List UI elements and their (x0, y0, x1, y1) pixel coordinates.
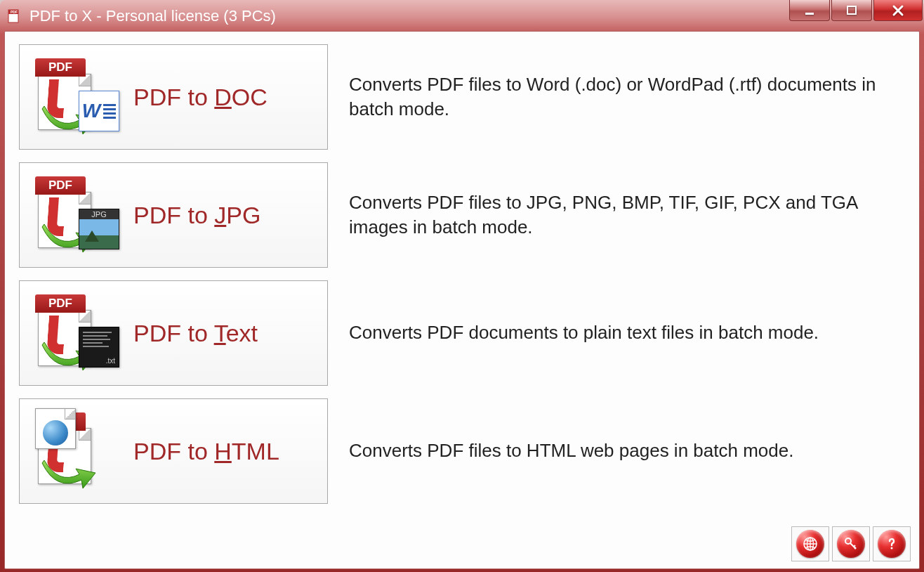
svg-rect-4 (847, 6, 856, 14)
key-icon (837, 530, 865, 558)
jpg-image-icon: JPG (79, 209, 119, 249)
pdf-to-doc-button[interactable]: PDF W PDF to DOC (19, 44, 328, 150)
option-row-doc: PDF W PDF to DOC Conve (19, 44, 905, 150)
window-controls (789, 0, 923, 21)
pdf-to-html-button[interactable]: PDF PDF to HTML (19, 398, 328, 504)
app-icon: PDF (7, 8, 22, 24)
pdf-to-text-desc: Converts PDF documents to plain text fil… (349, 320, 905, 345)
html-file-icon (35, 408, 76, 449)
pdf-to-text-label: PDF to Text (133, 320, 258, 347)
pdf-to-doc-desc: Converts PDF files to Word (.doc) or Wor… (349, 72, 905, 122)
pdf-to-jpg-button[interactable]: PDF JPG PDF to JPG (19, 162, 328, 268)
svg-text:PDF: PDF (11, 10, 18, 14)
svg-point-7 (845, 538, 851, 544)
option-row-jpg: PDF JPG PDF to JPG Converts PDF files (19, 162, 905, 268)
client-area: PDF W PDF to DOC Conve (4, 31, 920, 569)
help-button[interactable] (873, 526, 911, 561)
pdf-to-doc-label: PDF to DOC (133, 84, 268, 111)
globe-icon (43, 420, 68, 446)
minimize-button[interactable] (789, 0, 830, 21)
pdf-to-jpg-icon: PDF JPG (28, 173, 126, 257)
option-row-text: PDF .txt PDF to Text Converts PDF doc (19, 280, 905, 386)
pdf-to-text-button[interactable]: PDF .txt PDF to Text (19, 280, 328, 386)
pdf-badge-icon: PDF (35, 58, 86, 77)
language-button[interactable] (791, 526, 829, 561)
svg-rect-3 (805, 13, 814, 15)
option-row-html: PDF PDF to HTML Converts PDF files to HT… (19, 398, 905, 504)
pdf-to-jpg-desc: Converts PDF files to JPG, PNG, BMP, TIF… (349, 190, 905, 240)
window-title: PDF to X - Personal license (3 PCs) (29, 7, 276, 25)
pdf-to-html-desc: Converts PDF files to HTML web pages in … (349, 438, 905, 463)
pdf-badge-icon: PDF (35, 176, 86, 195)
footer-buttons (791, 526, 911, 561)
close-button[interactable] (873, 0, 923, 21)
pdf-to-jpg-label: PDF to JPG (133, 202, 260, 229)
license-key-button[interactable] (832, 526, 870, 561)
titlebar[interactable]: PDF PDF to X - Personal license (3 PCs) (1, 1, 923, 31)
pdf-to-doc-icon: PDF W (28, 55, 126, 139)
maximize-button[interactable] (831, 0, 872, 21)
svg-point-8 (891, 547, 893, 550)
app-window: PDF PDF to X - Personal license (3 PCs) … (0, 0, 924, 572)
txt-file-icon: .txt (79, 327, 119, 368)
pdf-badge-icon: PDF (35, 294, 86, 313)
word-doc-icon: W (79, 91, 119, 131)
question-icon (878, 530, 906, 558)
pdf-to-text-icon: PDF .txt (28, 291, 126, 375)
globe-grid-icon (796, 530, 824, 558)
pdf-to-html-label: PDF to HTML (133, 438, 279, 465)
convert-arrow-icon (41, 453, 97, 488)
pdf-to-html-icon: PDF (28, 409, 126, 493)
